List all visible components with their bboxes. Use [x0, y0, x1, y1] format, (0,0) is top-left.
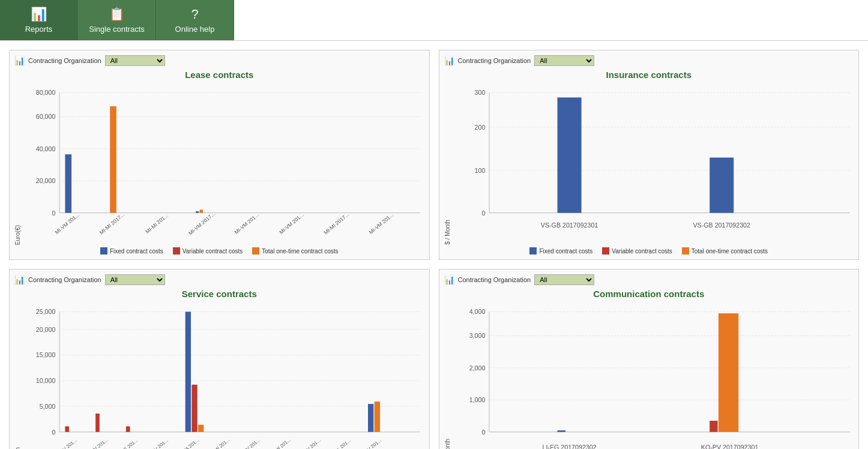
svg-text:15,000: 15,000	[36, 351, 56, 358]
service-org-select[interactable]: All	[105, 274, 165, 285]
lease-legend: Fixed contract costs Variable contract c…	[14, 247, 424, 255]
svg-text:DL-EV 201...: DL-EV 201...	[358, 438, 382, 449]
communication-panel-header: 📊 Contracting Organization All	[444, 274, 854, 285]
single-contracts-button[interactable]: 📋 Single contracts	[78, 0, 156, 40]
svg-text:VS-GB 2017092302: VS-GB 2017092302	[693, 221, 750, 229]
online-help-label: Online help	[175, 25, 215, 34]
service-org-label: Contracting Organization	[28, 276, 101, 283]
insurance-legend-variable: Variable contract costs	[602, 247, 672, 255]
lease-chart-title: Lease contracts	[14, 70, 424, 80]
communication-chart-area: $ / Month 0 1,000 2,000 3,000 4,000	[444, 304, 854, 449]
lease-chart-svg: 0 20,000 40,000 60,000 80,000	[23, 85, 424, 245]
svg-text:0: 0	[481, 429, 485, 436]
svg-text:200: 200	[474, 124, 485, 131]
svg-text:VS-GB 2017092301: VS-GB 2017092301	[540, 221, 598, 229]
lease-legend-fixed: Fixed contract costs	[100, 247, 163, 255]
svg-rect-50	[95, 414, 100, 432]
insurance-org-label: Contracting Organization	[458, 57, 531, 64]
svg-rect-80	[710, 421, 717, 432]
svg-text:DL-HW 201...: DL-HW 201...	[266, 437, 292, 449]
insurance-onetime-label: Total one-time contract costs	[692, 248, 768, 255]
svg-text:MI-VM 201...: MI-VM 201...	[54, 212, 80, 236]
svg-text:MI-VM 201...: MI-VM 201...	[368, 212, 394, 236]
lease-chart-icon: 📊	[14, 56, 25, 65]
insurance-chart-title: Insurance contracts	[444, 70, 854, 80]
lease-legend-variable: Variable contract costs	[173, 247, 243, 255]
svg-text:DL-HW 201...: DL-HW 201...	[205, 437, 231, 449]
service-contracts-panel: 📊 Contracting Organization All Service c…	[9, 269, 430, 449]
svg-rect-13	[196, 211, 199, 213]
svg-text:100: 100	[474, 167, 485, 174]
svg-rect-52	[185, 312, 191, 432]
insurance-y-axis: $ / Month	[444, 220, 451, 245]
reports-button[interactable]: 📊 Reports	[0, 0, 78, 40]
online-help-icon: ?	[191, 7, 198, 22]
insurance-contracts-panel: 📊 Contracting Organization All Insurance…	[439, 50, 860, 260]
communication-org-label: Contracting Organization	[458, 276, 531, 283]
svg-text:MI-MI 201...: MI-MI 201...	[144, 212, 169, 235]
communication-chart-title: Communication contracts	[444, 289, 854, 299]
svg-text:DL-WV 201...: DL-WV 201...	[83, 437, 109, 449]
svg-text:60,000: 60,000	[36, 113, 56, 120]
communication-chart-inner: 0 1,000 2,000 3,000 4,000 LI-EG 20170923…	[453, 304, 854, 449]
svg-rect-54	[198, 425, 203, 432]
insurance-fixed-swatch	[529, 247, 537, 255]
lease-fixed-label: Fixed contract costs	[110, 248, 163, 255]
insurance-fixed-label: Fixed contract costs	[539, 248, 592, 255]
svg-text:DL-RV 201...: DL-RV 201...	[297, 438, 322, 449]
svg-text:MI-VM 201...: MI-VM 201...	[278, 212, 304, 236]
insurance-variable-label: Variable contract costs	[612, 248, 672, 255]
svg-text:DL-DL 201...: DL-DL 201...	[328, 438, 352, 449]
insurance-chart-svg: 0 100 200 300 VS-GB 2017092301 VS-GB 201…	[453, 85, 854, 245]
svg-rect-81	[718, 313, 738, 432]
insurance-chart-inner: 0 100 200 300 VS-GB 2017092301 VS-GB 201…	[453, 85, 854, 245]
reports-label: Reports	[25, 25, 53, 34]
insurance-legend: Fixed contract costs Variable contract c…	[444, 247, 854, 255]
svg-text:3,000: 3,000	[469, 332, 485, 339]
svg-text:MI-MI 2017...: MI-MI 2017...	[98, 211, 125, 235]
service-chart-inner: 0 5,000 10,000 15,000 20,000 25,000	[23, 304, 424, 449]
svg-text:DL-EV 201...: DL-EV 201...	[53, 438, 78, 449]
service-chart-icon: 📊	[14, 275, 25, 285]
insurance-onetime-swatch	[682, 247, 689, 255]
lease-contracts-panel: 📊 Contracting Organization All Lease con…	[9, 50, 430, 260]
lease-chart-inner: 0 20,000 40,000 60,000 80,000	[23, 85, 424, 245]
svg-rect-12	[110, 106, 116, 213]
svg-text:4,000: 4,000	[469, 308, 485, 315]
communication-chart-icon: 📊	[444, 275, 454, 285]
svg-rect-56	[375, 402, 380, 432]
svg-text:DL-RE 201...: DL-RE 201...	[114, 438, 139, 449]
service-chart-title: Service contracts	[14, 289, 424, 299]
svg-text:300: 300	[474, 89, 485, 96]
lease-org-select[interactable]: All	[105, 55, 165, 66]
svg-text:10,000: 10,000	[36, 377, 56, 384]
svg-text:1,000: 1,000	[469, 396, 485, 403]
fixed-color-swatch	[100, 247, 107, 255]
variable-color-swatch	[173, 247, 180, 255]
svg-text:LI-EG 2017092302: LI-EG 2017092302	[542, 444, 596, 449]
communication-y-axis: $ / Month	[444, 439, 451, 449]
communication-org-select[interactable]: All	[534, 274, 594, 285]
online-help-button[interactable]: ? Online help	[156, 0, 234, 40]
svg-rect-51	[126, 426, 130, 432]
lease-variable-label: Variable contract costs	[182, 248, 243, 255]
svg-rect-11	[65, 154, 71, 212]
insurance-org-select[interactable]: All	[534, 55, 594, 66]
insurance-chart-area: $ / Month 0 100 200 300 VS-GB 201	[444, 85, 854, 245]
service-chart-svg: 0 5,000 10,000 15,000 20,000 25,000	[23, 304, 424, 449]
svg-text:5,000: 5,000	[40, 403, 56, 410]
lease-onetime-label: Total one-time contract costs	[262, 248, 338, 255]
svg-text:40,000: 40,000	[36, 145, 56, 152]
insurance-chart-icon: 📊	[444, 56, 454, 65]
svg-text:DL-BV 201...: DL-BV 201...	[145, 438, 169, 449]
service-y-axis: $ / Month	[14, 447, 21, 449]
lease-panel-header: 📊 Contracting Organization All	[14, 55, 424, 66]
svg-text:MI-VM 201...: MI-VM 201...	[234, 212, 260, 236]
service-chart-area: $ / Month 0 5,000 10,000 15,000 20,000 2…	[14, 304, 424, 449]
top-navigation: 📊 Reports 📋 Single contracts ? Online he…	[0, 0, 868, 41]
lease-org-label: Contracting Organization	[28, 57, 101, 64]
svg-text:MI-VM 2017...: MI-VM 2017...	[187, 211, 216, 237]
svg-text:80,000: 80,000	[36, 89, 56, 96]
communication-contracts-panel: 📊 Contracting Organization All Communica…	[439, 269, 860, 449]
single-contracts-icon: 📋	[109, 7, 125, 22]
